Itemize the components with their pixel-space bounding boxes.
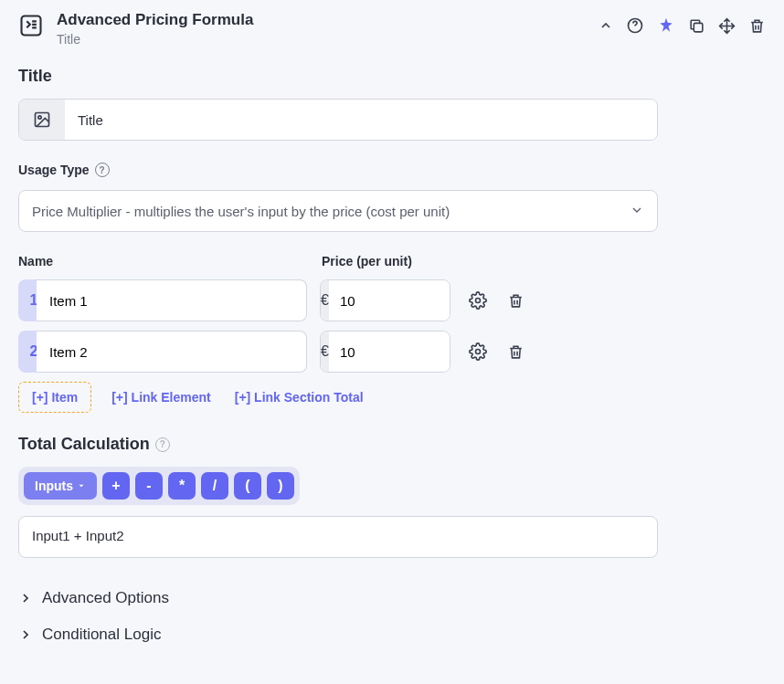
conditional-logic-toggle[interactable]: Conditional Logic (18, 616, 766, 653)
item-name-input[interactable] (37, 279, 307, 321)
duplicate-button[interactable] (688, 17, 705, 35)
op-multiply-button[interactable]: * (168, 472, 196, 500)
usage-type-select[interactable]: Price Multiplier - multiplies the user's… (18, 190, 658, 232)
op-rparen-button[interactable]: ) (267, 472, 294, 500)
header-subtitle: Title (57, 32, 253, 47)
items-section: Name Price (per unit) 1 € 2 € (18, 254, 766, 413)
usage-type-label: Usage Type ? (18, 163, 766, 177)
link-element-button[interactable]: [+] Link Element (108, 383, 215, 412)
svg-point-4 (38, 116, 41, 119)
calc-label: Total Calculation ? (18, 435, 766, 454)
inputs-btn-label: Inputs (35, 479, 73, 493)
title-input[interactable] (65, 100, 657, 140)
conditional-logic-label: Conditional Logic (42, 626, 161, 644)
usage-type-label-text: Usage Type (18, 163, 90, 177)
name-column-label: Name (18, 254, 307, 268)
header-actions (599, 16, 766, 35)
title-section: Title (18, 67, 766, 141)
item-delete-button[interactable] (507, 343, 524, 361)
panel-header: Advanced Pricing Formula Title (18, 11, 766, 47)
op-divide-button[interactable]: / (201, 472, 228, 500)
item-price-input[interactable] (329, 280, 450, 321)
help-icon[interactable]: ? (155, 437, 170, 452)
op-minus-button[interactable]: - (135, 472, 163, 500)
usage-type-value: Price Multiplier - multiplies the user's… (32, 204, 450, 219)
calc-section: Total Calculation ? Inputs + - * / ( ) I… (18, 435, 766, 558)
collapse-button[interactable] (599, 18, 613, 33)
svg-rect-2 (694, 23, 703, 31)
image-icon[interactable] (19, 100, 65, 140)
link-section-total-button[interactable]: [+] Link Section Total (231, 383, 367, 412)
wizard-icon[interactable] (657, 16, 675, 35)
svg-rect-0 (22, 16, 41, 36)
item-delete-button[interactable] (507, 292, 524, 310)
item-row: 2 € (18, 331, 766, 373)
item-row: 1 € (18, 279, 766, 321)
inputs-dropdown-button[interactable]: Inputs (24, 472, 97, 500)
title-label: Title (18, 67, 766, 86)
item-name-input[interactable] (37, 331, 307, 373)
title-input-wrap (18, 99, 658, 141)
help-icon[interactable]: ? (95, 163, 110, 177)
calc-label-text: Total Calculation (18, 435, 150, 454)
item-settings-button[interactable] (469, 291, 487, 310)
usage-type-section: Usage Type ? Price Multiplier - multipli… (18, 163, 766, 232)
advanced-options-label: Advanced Options (42, 589, 169, 607)
calc-toolbar: Inputs + - * / ( ) (18, 467, 300, 505)
add-item-button[interactable]: [+] Item (18, 382, 91, 413)
items-header: Name Price (per unit) (18, 254, 766, 268)
formula-input[interactable]: Input1 + Input2 (18, 516, 658, 558)
svg-point-5 (476, 299, 481, 303)
item-settings-button[interactable] (469, 342, 487, 361)
delete-button[interactable] (748, 17, 766, 35)
add-buttons: [+] Item [+] Link Element [+] Link Secti… (18, 382, 766, 413)
op-lparen-button[interactable]: ( (234, 472, 261, 500)
svg-point-6 (476, 350, 481, 354)
formula-block-icon (18, 13, 44, 38)
header-left: Advanced Pricing Formula Title (18, 11, 253, 47)
move-button[interactable] (718, 17, 736, 35)
chevron-down-icon (630, 203, 644, 220)
currency-prefix: € (321, 331, 329, 372)
help-icon[interactable] (626, 16, 644, 35)
item-price-input[interactable] (329, 331, 450, 372)
price-column-label: Price (per unit) (322, 254, 412, 268)
currency-prefix: € (321, 280, 329, 321)
header-title: Advanced Pricing Formula (57, 11, 253, 29)
op-plus-button[interactable]: + (102, 472, 130, 500)
advanced-options-toggle[interactable]: Advanced Options (18, 580, 766, 616)
